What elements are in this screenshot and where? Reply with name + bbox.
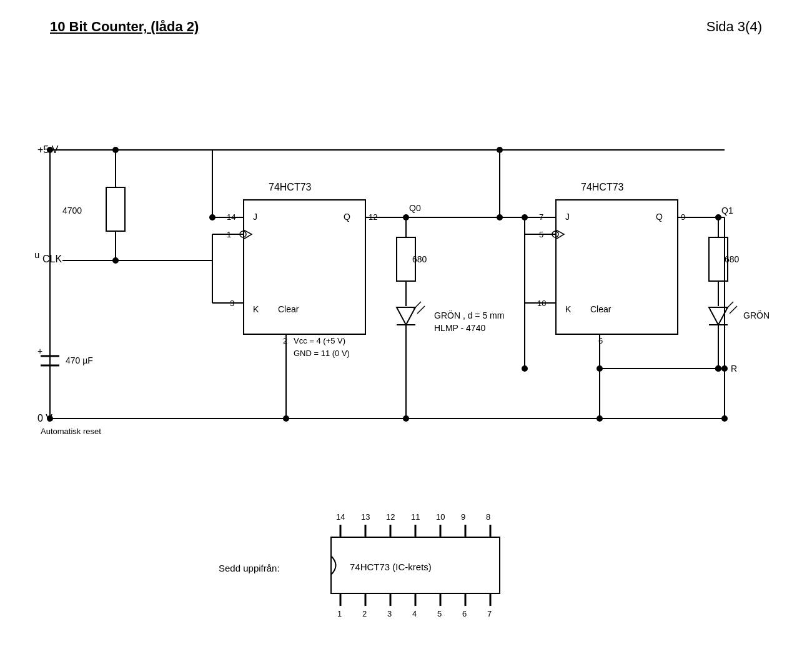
schematic-diagram: +5 V 0 V Automatisk reset + 470 µF [0,50,812,659]
pin11-top: 11 [411,512,420,522]
ic1-j-label: J [253,212,257,222]
ic1-clear-label: Clear [278,304,299,314]
page: 10 Bit Counter, (låda 2) Sida 3(4) +5 V … [0,0,812,659]
vcc-label: Vcc = 4 (+5 V) [294,336,345,345]
ic-bottom-label: 74HCT73 (IC-krets) [350,562,432,572]
gnd-label: GND = 11 (0 V) [294,349,350,358]
q1-label: Q1 [721,206,733,216]
svg-line-64 [726,302,733,309]
pin9-top: 9 [461,512,465,522]
svg-marker-35 [397,307,415,325]
pin10-top: 10 [436,512,445,522]
page-title: 10 Bit Counter, (låda 2) [50,19,199,35]
q0-label: Q0 [409,203,421,213]
resistor2-label: 680 [412,254,427,264]
pin4-bot: 4 [412,609,417,618]
pin8-top: 8 [486,512,490,522]
clk-label2: CLK [42,254,62,264]
ic1-k-label: K [253,304,259,314]
ic1-label: 74HCT73 [269,182,312,192]
page-number: Sida 3(4) [706,19,762,35]
svg-rect-10 [106,187,125,231]
led1-label: GRÖN , d = 5 mm [434,310,504,320]
pin12-top: 12 [386,512,395,522]
reset-label: Automatisk reset [41,427,101,436]
svg-point-94 [721,365,728,372]
svg-point-68 [721,415,728,422]
ic2-j-label: J [565,212,570,222]
svg-line-38 [413,302,421,309]
svg-point-91 [497,147,503,153]
pin6-bot: 6 [462,609,467,618]
ic2-q-label: Q [656,212,663,222]
svg-point-88 [522,365,528,372]
pin13-top: 13 [361,512,370,522]
ic2-k-label: K [565,304,572,314]
ic1-pin2: 2 [283,336,287,345]
led2-label: GRÖN [743,310,770,320]
sedd-label: Sedd uppifrån: [219,563,280,573]
svg-line-37 [417,306,425,314]
svg-point-29 [283,415,289,422]
capacitor-label: 470 µF [66,355,93,365]
svg-point-95 [715,365,721,372]
clk-label: u [34,249,39,260]
pin14-top: 14 [336,512,345,522]
r-label: R [731,364,737,374]
ic2-label: 74HCT73 [581,182,624,192]
svg-line-63 [730,306,737,314]
svg-point-70 [597,415,603,422]
pin5-bot: 5 [437,609,442,618]
resistor3-label: 680 [725,254,740,264]
pin7-bot: 7 [487,609,492,618]
cap-plus: + [37,346,42,356]
pin2-bot: 2 [362,609,367,618]
pin1-bot: 1 [337,609,342,618]
svg-point-40 [403,415,409,422]
pin3-bot: 3 [387,609,392,618]
resistor1-label: 4700 [62,206,82,216]
ic1-pin1: 1 [227,230,231,239]
ic2-clear-label: Clear [590,304,611,314]
led1-part: HLMP - 4740 [434,323,485,333]
ic1-q-label: Q [344,212,350,222]
svg-point-50 [522,214,528,220]
